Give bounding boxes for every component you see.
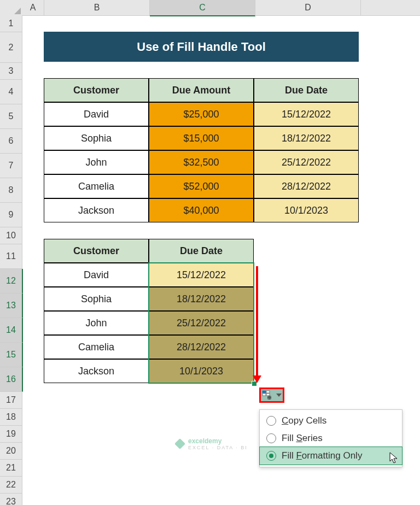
row-header-8[interactable]: 8 <box>0 178 22 203</box>
select-all-corner[interactable] <box>0 0 22 16</box>
t1-date-4[interactable]: 10/1/2023 <box>254 198 359 222</box>
watermark-brand: exceldemy <box>188 437 221 445</box>
t1-date-1[interactable]: 18/12/2022 <box>254 126 359 150</box>
t2-date-2[interactable]: 25/12/2022 <box>149 311 254 335</box>
row-header-7[interactable]: 7 <box>0 154 22 178</box>
t1-customer-1[interactable]: Sophia <box>44 126 149 150</box>
t1-date-0[interactable]: 15/12/2022 <box>254 102 359 126</box>
svg-rect-0 <box>262 391 266 393</box>
annotation-arrow-head <box>253 375 261 383</box>
radio-icon <box>266 416 276 426</box>
t2-customer-1[interactable]: Sophia <box>44 287 149 311</box>
svg-rect-7 <box>175 439 185 449</box>
row-headers: 123456789101112131415161718192021222324 <box>0 15 22 505</box>
t1-customer-4[interactable]: Jackson <box>44 198 149 222</box>
menu-item-copy-cells[interactable]: Copy Cells <box>260 412 402 430</box>
t1-header-customer[interactable]: Customer <box>44 78 149 102</box>
menu-item-fill-series[interactable]: Fill Series <box>260 430 402 447</box>
row-header-13[interactable]: 13 <box>0 293 23 318</box>
t1-amount-2[interactable]: $32,500 <box>149 150 254 174</box>
spreadsheet-view: ABCD 12345678910111213141516171819202122… <box>0 0 420 505</box>
column-header-b[interactable]: B <box>44 0 150 16</box>
column-headers: ABCD <box>22 0 420 15</box>
row-header-16[interactable]: 16 <box>0 367 23 392</box>
chevron-down-icon <box>276 393 282 397</box>
row-header-15[interactable]: 15 <box>0 343 23 367</box>
t2-header-due-date[interactable]: Due Date <box>149 239 254 263</box>
row-header-9[interactable]: 9 <box>0 203 22 227</box>
auto-fill-options-menu: Copy Cells Fill Series Fill Formatting O… <box>259 409 402 467</box>
row-header-10[interactable]: 10 <box>0 227 22 244</box>
radio-icon <box>266 433 276 443</box>
column-header-c[interactable]: C <box>150 0 255 16</box>
row-header-3[interactable]: 3 <box>0 63 22 80</box>
t1-customer-3[interactable]: Camelia <box>44 174 149 198</box>
t2-header-customer[interactable]: Customer <box>44 239 149 263</box>
menu-item-label: Copy Cells <box>282 415 326 426</box>
menu-item-label: Fill Formatting Only <box>282 450 362 461</box>
t1-header-due-date[interactable]: Due Date <box>254 78 359 102</box>
annotation-arrow <box>256 266 258 377</box>
t2-date-0[interactable]: 15/12/2022 <box>149 263 254 287</box>
column-header-d[interactable]: D <box>255 0 361 16</box>
t2-date-3[interactable]: 28/12/2022 <box>149 335 254 359</box>
t1-amount-0[interactable]: $25,000 <box>149 102 254 126</box>
t1-customer-2[interactable]: John <box>44 150 149 174</box>
row-header-5[interactable]: 5 <box>0 104 22 129</box>
t2-date-4[interactable]: 10/1/2023 <box>149 359 254 383</box>
t2-date-1[interactable]: 18/12/2022 <box>149 287 254 311</box>
mouse-cursor-icon <box>389 452 399 464</box>
t1-date-3[interactable]: 28/12/2022 <box>254 174 359 198</box>
row-header-22[interactable]: 22 <box>0 477 22 494</box>
menu-item-fill-formatting-only[interactable]: Fill Formatting Only <box>260 447 402 465</box>
svg-rect-3 <box>266 394 270 396</box>
row-header-1[interactable]: 1 <box>0 15 22 32</box>
t1-header-due-amount[interactable]: Due Amount <box>149 78 254 102</box>
row-header-4[interactable]: 4 <box>0 80 22 104</box>
row-header-21[interactable]: 21 <box>0 460 22 477</box>
t2-customer-0[interactable]: David <box>44 263 149 287</box>
row-header-6[interactable]: 6 <box>0 129 22 154</box>
row-header-14[interactable]: 14 <box>0 318 23 343</box>
t2-customer-2[interactable]: John <box>44 311 149 335</box>
row-header-23[interactable]: 23 <box>0 494 22 505</box>
t2-customer-4[interactable]: Jackson <box>44 359 149 383</box>
auto-fill-options-button[interactable] <box>259 387 284 403</box>
column-header-a[interactable]: A <box>22 0 44 16</box>
row-header-11[interactable]: 11 <box>0 244 22 269</box>
row-header-19[interactable]: 19 <box>0 426 22 443</box>
t1-date-2[interactable]: 25/12/2022 <box>254 150 359 174</box>
svg-rect-2 <box>262 394 266 396</box>
title-cell[interactable]: Use of Fill Handle Tool <box>44 32 359 62</box>
t1-customer-0[interactable]: David <box>44 102 149 126</box>
menu-item-label: Fill Series <box>282 433 323 444</box>
svg-rect-1 <box>266 391 270 393</box>
radio-icon <box>266 451 276 461</box>
t1-amount-1[interactable]: $15,000 <box>149 126 254 150</box>
auto-fill-icon <box>262 390 273 400</box>
t2-customer-3[interactable]: Camelia <box>44 335 149 359</box>
row-header-2[interactable]: 2 <box>0 32 22 63</box>
t1-amount-4[interactable]: $40,000 <box>149 198 254 222</box>
watermark: exceldemy EXCEL · DATA · BI <box>175 437 248 450</box>
watermark-icon <box>175 439 185 449</box>
row-header-20[interactable]: 20 <box>0 443 22 460</box>
row-header-17[interactable]: 17 <box>0 392 22 409</box>
t1-amount-3[interactable]: $52,000 <box>149 174 254 198</box>
row-header-12[interactable]: 12 <box>0 269 23 293</box>
row-header-18[interactable]: 18 <box>0 409 22 426</box>
watermark-sub: EXCEL · DATA · BI <box>188 445 248 450</box>
